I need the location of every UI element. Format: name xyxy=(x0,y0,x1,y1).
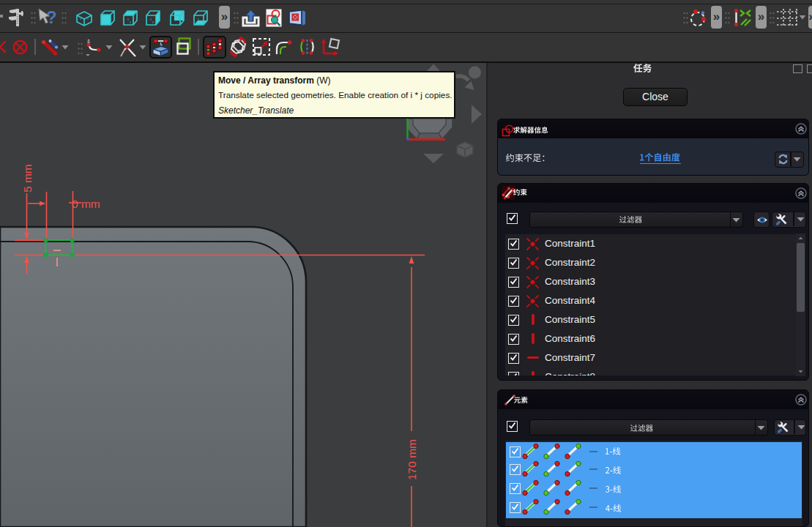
svg-text:0 mm: 0 mm xyxy=(72,198,100,210)
svg-text:170 mm: 170 mm xyxy=(406,439,418,480)
svg-text:?: ? xyxy=(46,8,57,26)
svg-text:5 mm: 5 mm xyxy=(21,164,34,193)
